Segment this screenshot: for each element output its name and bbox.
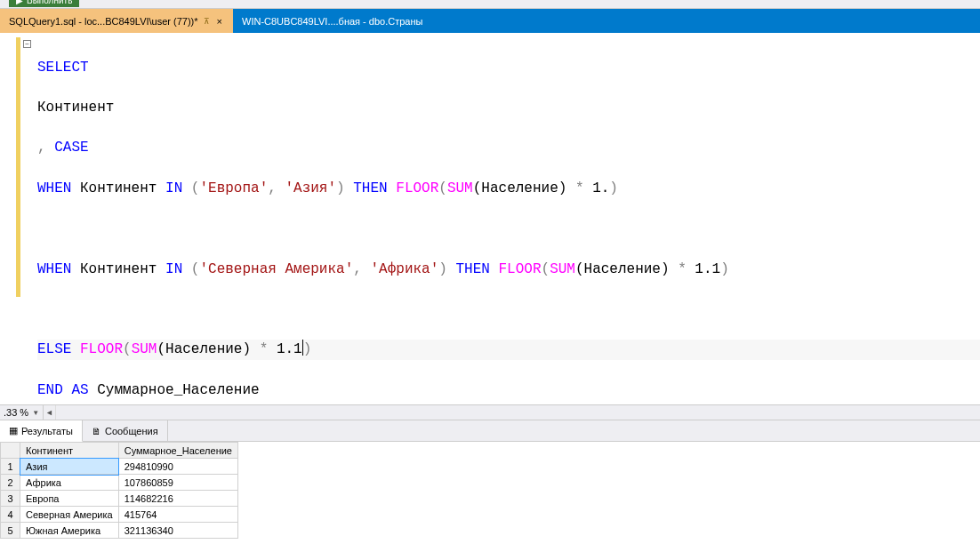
table-row[interactable]: 2 Африка 107860859 (1, 475, 238, 491)
kw-select: SELECT (37, 60, 89, 76)
rownum-cell[interactable]: 2 (1, 475, 20, 491)
rownum-header (1, 443, 20, 459)
document-tabs: SQLQuery1.sql - loc...BC849LVI\user (77)… (0, 9, 980, 33)
cell-continent[interactable]: Северная Америка (20, 507, 119, 523)
tab-dbo-countries[interactable]: WIN-C8UBC849LVI....бная - dbo.Страны (233, 9, 431, 33)
zoom-value: .33 % (4, 407, 28, 418)
scroll-left-button[interactable]: ◄ (44, 405, 56, 420)
table-row[interactable]: 4 Северная Америка 415764 (1, 507, 238, 523)
code-editor[interactable]: − SELECT Континент , CASE WHEN Континент… (0, 33, 980, 404)
execute-button[interactable]: ▶ Выполнить (9, 0, 79, 7)
cell-population[interactable]: 415764 (118, 507, 237, 523)
rownum-cell[interactable]: 3 (1, 491, 20, 507)
editor-gutter: − (0, 33, 21, 404)
messages-icon: 🗎 (92, 426, 101, 436)
kw-when: WHEN (37, 180, 71, 196)
table-row[interactable]: 3 Европа 114682216 (1, 491, 238, 507)
tab-sqlquery1[interactable]: SQLQuery1.sql - loc...BC849LVI\user (77)… (0, 9, 233, 33)
rownum-cell[interactable]: 4 (1, 507, 20, 523)
results-table: Континент Суммарное_Население 1 Азия 294… (0, 442, 238, 539)
play-icon: ▶ (16, 0, 23, 5)
cell-population[interactable]: 321136340 (118, 523, 237, 539)
chevron-down-icon: ▼ (32, 409, 39, 417)
cell-population[interactable]: 294810990 (118, 459, 237, 475)
cell-continent[interactable]: Африка (20, 475, 119, 491)
kw-as: AS (71, 382, 88, 398)
kw-end: END (37, 382, 63, 398)
change-marker (16, 37, 20, 297)
results-grid[interactable]: Континент Суммарное_Население 1 Азия 294… (0, 442, 980, 560)
kw-else: ELSE (37, 341, 71, 357)
tab-label: SQLQuery1.sql - loc...BC849LVI\user (77)… (9, 16, 198, 27)
rownum-cell[interactable]: 1 (1, 459, 20, 475)
execute-label: Выполнить (27, 0, 72, 5)
pin-icon[interactable]: ⊼ (204, 17, 210, 26)
editor-status-bar: .33 % ▼ ◄ (0, 404, 980, 420)
col-continent: Континент (37, 100, 114, 116)
tab-label: WIN-C8UBC849LVI....бная - dbo.Страны (242, 16, 422, 27)
col-header-continent[interactable]: Континент (20, 443, 119, 459)
cell-population[interactable]: 107860859 (118, 475, 237, 491)
rownum-cell[interactable]: 5 (1, 523, 20, 539)
cell-continent[interactable]: Южная Америка (20, 523, 119, 539)
main-toolbar: ▶ Выполнить (0, 0, 980, 9)
tab-label: Сообщения (105, 426, 158, 436)
tab-results[interactable]: ▦ Результаты (0, 420, 83, 442)
code-text[interactable]: SELECT Континент , CASE WHEN Континент I… (21, 33, 980, 404)
cell-continent[interactable]: Азия (20, 459, 119, 475)
kw-case: CASE (54, 140, 88, 156)
grid-icon: ▦ (9, 425, 18, 436)
cell-population[interactable]: 114682216 (118, 491, 237, 507)
tab-messages[interactable]: 🗎 Сообщения (83, 420, 168, 441)
cell-continent[interactable]: Европа (20, 491, 119, 507)
table-row[interactable]: 1 Азия 294810990 (1, 459, 238, 475)
tab-label: Результаты (21, 426, 73, 436)
col-header-population[interactable]: Суммарное_Население (118, 443, 237, 459)
close-icon[interactable]: × (215, 16, 224, 27)
zoom-dropdown[interactable]: .33 % ▼ (0, 405, 44, 420)
comma: , (37, 140, 54, 156)
kw-when: WHEN (37, 261, 71, 277)
table-row[interactable]: 5 Южная Америка 321136340 (1, 523, 238, 539)
table-header-row: Континент Суммарное_Население (1, 443, 238, 459)
results-panel-tabs: ▦ Результаты 🗎 Сообщения (0, 420, 980, 442)
